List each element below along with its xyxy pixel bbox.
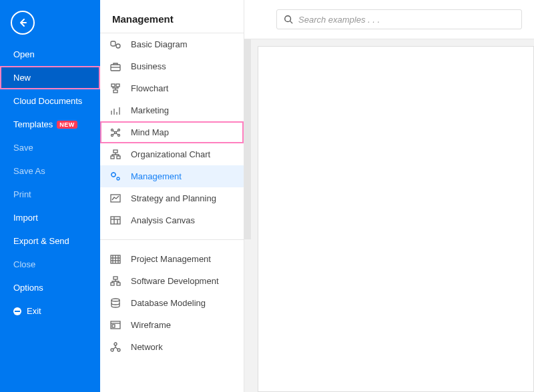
category-item-label: Flowchart <box>131 83 168 93</box>
svg-rect-6 <box>113 90 117 93</box>
sidebar-item-label: Open <box>13 49 35 59</box>
sidebar-item-label: Export & Send <box>13 236 69 246</box>
svg-rect-38 <box>112 325 115 327</box>
svg-rect-34 <box>117 283 120 285</box>
back-button[interactable] <box>11 11 35 35</box>
marketing-icon <box>109 105 121 117</box>
management-icon <box>109 171 121 183</box>
sidebar-item-label: New <box>13 73 31 83</box>
new-badge: NEW <box>57 121 77 129</box>
database-icon <box>109 297 121 309</box>
category-item-project-management[interactable]: Project Management <box>100 248 244 270</box>
category-item-label: Marketing <box>131 105 169 115</box>
canvas-icon <box>109 215 121 227</box>
category-item-organizational-chart[interactable]: Organizational Chart <box>100 143 244 165</box>
network-icon <box>109 341 121 353</box>
category-item-label: Mind Map <box>131 127 169 137</box>
wireframe-icon <box>109 319 121 331</box>
svg-point-20 <box>117 177 119 180</box>
svg-rect-17 <box>111 156 114 159</box>
sidebar-item-import[interactable]: Import <box>0 206 100 229</box>
category-item-network[interactable]: Network <box>100 336 244 358</box>
sidebar-item-cloud-documents[interactable]: Cloud Documents <box>0 89 100 113</box>
sidebar-item-save-as[interactable]: Save As <box>0 159 100 183</box>
preview-area <box>244 39 534 392</box>
sidebar-item-close[interactable]: Close <box>0 253 100 276</box>
category-item-label: Organizational Chart <box>131 149 210 159</box>
category-item-label: Management <box>131 171 182 181</box>
search-box[interactable] <box>276 9 522 29</box>
svg-rect-16 <box>113 150 117 153</box>
minus-circle-icon <box>13 307 21 315</box>
svg-point-42 <box>285 16 291 22</box>
category-divider <box>100 239 244 240</box>
basic-icon <box>109 39 121 51</box>
flowchart-icon <box>109 83 121 95</box>
category-item-flowchart[interactable]: Flowchart <box>100 77 244 99</box>
category-item-label: Business <box>131 61 166 71</box>
sidebar-item-save[interactable]: Save <box>0 136 100 159</box>
svg-rect-0 <box>111 41 115 46</box>
sidebar-item-label: Print <box>13 189 31 199</box>
sidebar-item-label: Templates <box>13 119 53 129</box>
svg-point-35 <box>111 299 119 301</box>
svg-rect-18 <box>117 156 120 159</box>
sidebar-item-export-send[interactable]: Export & Send <box>0 229 100 253</box>
arrow-left-icon <box>17 17 28 28</box>
category-item-mind-map[interactable]: Mind Map <box>100 121 244 143</box>
category-item-label: Analysis Canvas <box>131 215 195 225</box>
briefcase-icon <box>109 61 121 73</box>
category-item-label: Software Development <box>131 276 219 286</box>
project-icon <box>109 253 121 265</box>
right-panel <box>244 0 534 392</box>
strategy-icon <box>109 193 121 205</box>
category-item-wireframe[interactable]: Wireframe <box>100 314 244 336</box>
sidebar-item-print[interactable]: Print <box>0 183 100 206</box>
sidebar-item-label: Save As <box>13 166 45 176</box>
svg-rect-4 <box>111 84 115 87</box>
category-item-label: Project Management <box>131 254 211 264</box>
svg-point-39 <box>114 343 117 345</box>
category-item-database-modeling[interactable]: Database Modeling <box>100 292 244 314</box>
search-input[interactable] <box>298 15 515 25</box>
svg-rect-33 <box>111 283 114 285</box>
category-item-basic-diagram[interactable]: Basic Diagram <box>100 33 244 55</box>
org-icon <box>109 149 121 161</box>
svg-line-43 <box>290 21 293 24</box>
sidebar-item-open[interactable]: Open <box>0 43 100 66</box>
sidebar-item-label: Exit <box>27 306 41 316</box>
category-item-label: Network <box>131 342 163 352</box>
preview-scroll-indicator <box>244 39 251 239</box>
sidebar-item-label: Import <box>13 213 38 223</box>
category-item-software-development[interactable]: Software Development <box>100 270 244 292</box>
svg-point-1 <box>116 44 120 48</box>
category-list: Basic DiagramBusinessFlowchartMarketingM… <box>100 33 244 392</box>
category-item-label: Database Modeling <box>131 298 206 308</box>
category-item-management[interactable]: Management <box>100 165 244 187</box>
sidebar-item-templates[interactable]: TemplatesNEW <box>0 113 100 136</box>
category-item-label: Strategy and Planning <box>131 193 216 203</box>
sidebar-item-new[interactable]: New <box>0 66 100 89</box>
category-item-label: Basic Diagram <box>131 39 188 49</box>
right-header <box>244 0 534 39</box>
search-icon <box>284 15 293 24</box>
category-item-marketing[interactable]: Marketing <box>100 99 244 121</box>
sidebar-item-label: Cloud Documents <box>13 96 82 106</box>
category-item-analysis-canvas[interactable]: Analysis Canvas <box>100 209 244 231</box>
svg-rect-5 <box>116 84 119 87</box>
category-item-strategy-and-planning[interactable]: Strategy and Planning <box>100 187 244 209</box>
sidebar-item-options[interactable]: Options <box>0 276 100 299</box>
svg-rect-22 <box>111 217 120 224</box>
sidebar-item-label: Close <box>13 259 35 269</box>
left-sidebar: OpenNewCloud DocumentsTemplatesNEWSaveSa… <box>0 0 100 392</box>
sidebar-item-exit[interactable]: Exit <box>0 299 100 323</box>
software-icon <box>109 275 121 287</box>
category-item-label: Wireframe <box>131 320 171 330</box>
mindmap-icon <box>109 127 121 139</box>
category-item-business[interactable]: Business <box>100 55 244 77</box>
sidebar-item-label: Options <box>13 283 43 293</box>
preview-card[interactable] <box>258 46 534 392</box>
sidebar-item-label: Save <box>13 143 33 153</box>
svg-rect-32 <box>113 277 117 279</box>
category-header: Management <box>100 0 244 33</box>
